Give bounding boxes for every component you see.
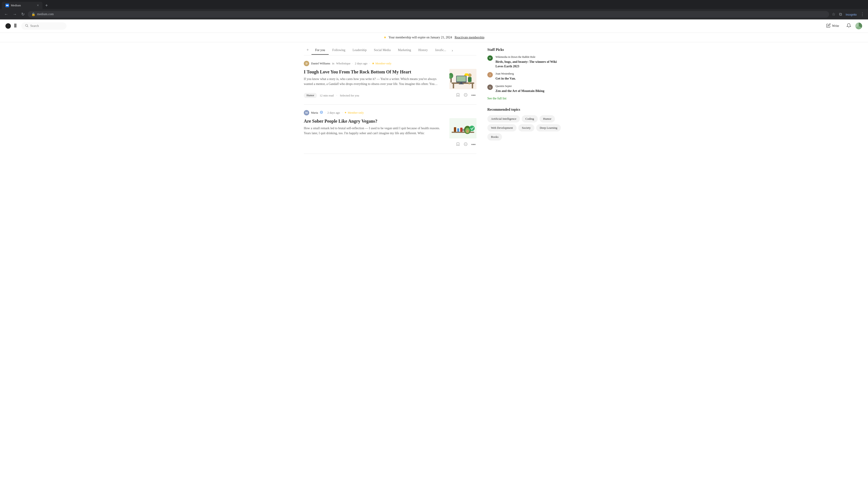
svg-rect-9: [453, 84, 454, 88]
reactivate-link[interactable]: Reactivate membership: [455, 36, 485, 39]
topic-leadership[interactable]: Leadership: [349, 46, 370, 55]
staff-pick-3[interactable]: Q Quentin Septer Zen and the Art of Moun…: [487, 85, 564, 93]
staff-pick-2[interactable]: J Joan Westenberg Get in the Van.: [487, 72, 564, 81]
url-text: medium.com: [37, 12, 54, 16]
article-tag[interactable]: Humor: [304, 93, 317, 98]
svg-rect-16: [468, 77, 471, 82]
topic-for-you[interactable]: For you: [311, 46, 329, 55]
see-full-list-link[interactable]: See the full list: [487, 97, 506, 100]
member-badge: ★ Member-only: [372, 62, 392, 65]
main-content: + For you Following Leadership Social Me…: [304, 42, 476, 154]
mute-article-btn-2[interactable]: [463, 141, 469, 148]
author-name-2[interactable]: Maria: [311, 111, 318, 115]
article-actions-2: •••: [455, 141, 476, 148]
logo-m: [11, 23, 18, 29]
time-ago-2: 2 days ago: [327, 111, 340, 115]
meta-separator-2: ·: [369, 62, 370, 65]
search-bar[interactable]: Search: [21, 22, 66, 30]
search-placeholder: Search: [30, 24, 39, 28]
article-thumbnail-2[interactable]: [450, 118, 476, 138]
verified-icon: [320, 111, 323, 115]
svg-point-5: [26, 24, 28, 26]
mute-article-btn[interactable]: [463, 92, 469, 99]
split-screen-btn[interactable]: ⧉: [838, 11, 843, 18]
write-button[interactable]: Write: [826, 23, 839, 29]
article-title[interactable]: I Tough Love You From The Rock Bottom Of…: [304, 69, 444, 75]
topic-following[interactable]: Following: [329, 46, 349, 55]
article-card-2: M Maria · 2 days ago · ✦ Member-only A: [304, 105, 476, 154]
profile-btn[interactable]: Incognito: [845, 11, 858, 18]
staff-pick-avatar-3: Q: [487, 85, 493, 90]
topics-nav: + For you Following Leadership Social Me…: [304, 42, 476, 55]
topic-chip-books[interactable]: Books: [487, 133, 502, 140]
more-options-btn-2[interactable]: •••: [470, 141, 476, 148]
article-actions: •••: [455, 92, 476, 99]
star-member-icon-2: ✦: [344, 111, 347, 115]
topic-chip-society[interactable]: Society: [518, 124, 534, 131]
staff-pick-avatar-2: J: [487, 72, 493, 77]
tab-favicon: [5, 4, 9, 7]
staff-pick-byline-1: Wikimedia in Down the Rabbit Hole: [495, 55, 564, 59]
avatar[interactable]: [855, 22, 863, 30]
staff-pick-byline-2: Joan Westenberg: [495, 72, 564, 75]
bookmark-article-btn-2[interactable]: [455, 141, 461, 148]
topic-chip-coding[interactable]: Coding: [522, 115, 537, 123]
meta-separator-4: ·: [342, 111, 342, 115]
article-footer: Humor 12 min read · Selected for you •••: [304, 92, 476, 99]
article-title-2[interactable]: Are Sober People Like Angry Vegans?: [304, 118, 444, 124]
medium-app: Search Write ★ Your membership will expi…: [0, 20, 868, 488]
author-name[interactable]: Daniel Williams: [311, 62, 330, 65]
staff-pick-info-2: Joan Westenberg Get in the Van.: [495, 72, 564, 81]
sidebar: Staff Picks W Wikimedia in Down the Rabb…: [487, 42, 564, 154]
article-body-2: Are Sober People Like Angry Vegans? How …: [304, 118, 476, 138]
topic-chip-webdev[interactable]: Web Development: [487, 124, 517, 131]
topic-chip-ai[interactable]: Artificial Intelligence: [487, 115, 520, 123]
selected-badge: Selected for you: [340, 94, 359, 97]
svg-text:Q: Q: [489, 86, 491, 89]
svg-rect-10: [472, 84, 473, 88]
svg-point-32: [466, 130, 469, 133]
article-card: D Daniel Williams in Wholistique · 2 day…: [304, 55, 476, 105]
menu-btn[interactable]: ⋮: [860, 11, 865, 18]
topics-scroll-right[interactable]: ›: [450, 46, 455, 55]
article-thumbnail[interactable]: [450, 69, 476, 89]
time-ago: 2 days ago: [355, 62, 368, 65]
recommended-topics-title: Recommended topics: [487, 107, 564, 111]
write-label: Write: [832, 24, 839, 28]
active-tab[interactable]: Medium ×: [2, 2, 42, 9]
topic-social-media[interactable]: Social Media: [370, 46, 394, 55]
refresh-btn[interactable]: ↻: [20, 11, 26, 18]
star-icon: ★: [383, 36, 386, 39]
nav-right-buttons: ☆ ⧉ Incognito ⋮: [831, 11, 865, 18]
author-avatar-2: M: [304, 110, 309, 116]
topic-history[interactable]: History: [414, 46, 431, 55]
medium-logo[interactable]: [5, 23, 18, 29]
staff-picks-section: Staff Picks W Wikimedia in Down the Rabb…: [487, 48, 564, 100]
staff-pick-1[interactable]: W Wikimedia in Down the Rabbit Hole Bird…: [487, 55, 564, 68]
more-options-btn[interactable]: •••: [470, 92, 476, 99]
svg-rect-26: [452, 132, 474, 133]
svg-rect-12: [457, 76, 466, 82]
bookmark-btn[interactable]: ☆: [831, 11, 836, 18]
bookmark-article-btn[interactable]: [455, 92, 461, 99]
article-meta-2: M Maria · 2 days ago · ✦ Member-only: [304, 110, 476, 116]
svg-rect-35: [462, 130, 465, 131]
topic-chip-deep-learning[interactable]: Deep Learning: [536, 124, 561, 131]
forward-btn[interactable]: →: [11, 11, 18, 18]
new-tab-btn[interactable]: +: [43, 2, 50, 9]
tab-close-btn[interactable]: ×: [37, 4, 39, 7]
back-btn[interactable]: ←: [3, 11, 9, 18]
add-topic-btn[interactable]: +: [304, 46, 311, 55]
topic-chip-humor[interactable]: Humor: [539, 115, 555, 123]
publication-name[interactable]: Wholistique: [336, 62, 350, 65]
membership-banner: ★ Your membership will expire on January…: [0, 33, 868, 42]
topic-marketing[interactable]: Marketing: [394, 46, 414, 55]
staff-pick-avatar-1: W: [487, 55, 493, 61]
notifications-btn[interactable]: [846, 23, 851, 29]
read-time: 12 min read: [320, 94, 334, 97]
footer-dot: ·: [336, 94, 337, 97]
svg-rect-34: [462, 129, 465, 130]
staff-pick-title-2: Get in the Van.: [495, 76, 564, 81]
address-bar[interactable]: 🔒 medium.com: [28, 11, 829, 18]
topic-javascript[interactable]: JavaSc...: [431, 46, 450, 55]
